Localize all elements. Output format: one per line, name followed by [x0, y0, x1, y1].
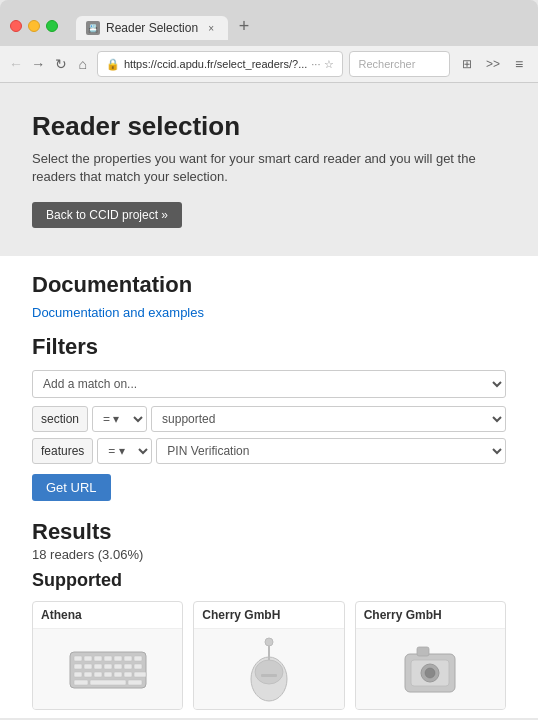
browser-window: 📇 Reader Selection × + ← → ↻ ⌂ 🔒 https:/…: [0, 0, 538, 83]
svg-rect-20: [124, 672, 132, 677]
svg-rect-22: [74, 680, 88, 685]
svg-rect-9: [84, 664, 92, 669]
svg-rect-13: [124, 664, 132, 669]
filter-op-1[interactable]: = ▾: [97, 438, 152, 464]
bookmark-icon[interactable]: ☆: [324, 58, 334, 71]
svg-rect-24: [128, 680, 142, 685]
card-header-cherry-1: Cherry GmbH: [194, 602, 343, 629]
filter-val-1[interactable]: PIN Verification: [156, 438, 506, 464]
svg-rect-14: [134, 664, 142, 669]
filter-key-1: features: [32, 438, 93, 464]
hero-description: Select the properties you want for your …: [32, 150, 506, 186]
minimize-button[interactable]: [28, 20, 40, 32]
card-header-athena: Athena: [33, 602, 182, 629]
more-options-icon[interactable]: ···: [311, 58, 320, 70]
active-tab[interactable]: 📇 Reader Selection ×: [76, 16, 228, 40]
svg-rect-7: [134, 656, 142, 661]
maximize-button[interactable]: [46, 20, 58, 32]
browser-toolbar: ⊞ >> ≡: [456, 53, 530, 75]
back-to-ccid-button[interactable]: Back to CCID project »: [32, 202, 182, 228]
svg-rect-18: [104, 672, 112, 677]
back-button[interactable]: ←: [8, 53, 24, 75]
title-bar: 📇 Reader Selection × +: [0, 8, 538, 46]
documentation-section: Documentation Documentation and examples: [32, 272, 506, 320]
traffic-lights: [10, 20, 58, 32]
page-content: Reader selection Select the properties y…: [0, 83, 538, 718]
address-bar[interactable]: 🔒 https://ccid.apdu.fr/select_readers/?.…: [97, 51, 344, 77]
reader-mode-icon[interactable]: ⊞: [456, 53, 478, 75]
search-placeholder: Rechercher: [358, 58, 415, 70]
filters-section: Filters Add a match on... section = ▾ su…: [32, 334, 506, 501]
main-content: Documentation Documentation and examples…: [0, 256, 538, 718]
svg-rect-2: [84, 656, 92, 661]
svg-point-33: [425, 668, 435, 678]
card-header-cherry-2: Cherry GmbH: [356, 602, 505, 629]
card-image-cherry-2: [356, 629, 505, 709]
svg-rect-11: [104, 664, 112, 669]
tab-close-button[interactable]: ×: [204, 21, 218, 35]
close-button[interactable]: [10, 20, 22, 32]
forward-button[interactable]: →: [30, 53, 46, 75]
svg-point-26: [255, 660, 283, 684]
documentation-title: Documentation: [32, 272, 506, 298]
documentation-link[interactable]: Documentation and examples: [32, 305, 204, 320]
menu-icon[interactable]: ≡: [508, 53, 530, 75]
camera-device-icon: [395, 634, 465, 704]
svg-rect-17: [94, 672, 102, 677]
svg-rect-12: [114, 664, 122, 669]
keyboard-icon: [68, 644, 148, 694]
refresh-button[interactable]: ↻: [52, 53, 68, 75]
card-athena[interactable]: Athena: [32, 601, 183, 710]
results-title: Results: [32, 519, 506, 545]
hero-section: Reader selection Select the properties y…: [0, 83, 538, 256]
filters-title: Filters: [32, 334, 506, 360]
filter-val-0[interactable]: supported: [151, 406, 506, 432]
home-button[interactable]: ⌂: [75, 53, 91, 75]
address-text: https://ccid.apdu.fr/select_readers/?...: [124, 58, 307, 70]
mouse-device-icon: [239, 634, 299, 704]
svg-rect-19: [114, 672, 122, 677]
svg-rect-4: [104, 656, 112, 661]
svg-rect-1: [74, 656, 82, 661]
add-filter-select[interactable]: Add a match on...: [32, 370, 506, 398]
svg-rect-10: [94, 664, 102, 669]
svg-rect-3: [94, 656, 102, 661]
svg-rect-6: [124, 656, 132, 661]
svg-rect-29: [261, 674, 277, 677]
tab-title: Reader Selection: [106, 21, 198, 35]
hero-title: Reader selection: [32, 111, 506, 142]
filter-add-row: Add a match on...: [32, 370, 506, 398]
new-tab-button[interactable]: +: [230, 12, 258, 40]
card-cherry-2[interactable]: Cherry GmbH: [355, 601, 506, 710]
extensions-icon[interactable]: >>: [482, 53, 504, 75]
svg-rect-8: [74, 664, 82, 669]
card-image-cherry-1: [194, 629, 343, 709]
search-bar[interactable]: Rechercher: [349, 51, 450, 77]
card-image-athena: [33, 629, 182, 709]
cards-grid: Athena: [32, 601, 506, 710]
get-url-button[interactable]: Get URL: [32, 474, 111, 501]
svg-rect-15: [74, 672, 82, 677]
tab-favicon: 📇: [86, 21, 100, 35]
svg-rect-16: [84, 672, 92, 677]
filter-row-1: features = ▾ PIN Verification: [32, 438, 506, 464]
svg-rect-5: [114, 656, 122, 661]
navigation-bar: ← → ↻ ⌂ 🔒 https://ccid.apdu.fr/select_re…: [0, 46, 538, 83]
results-count: 18 readers (3.06%): [32, 547, 506, 562]
filter-key-0: section: [32, 406, 88, 432]
filter-op-0[interactable]: = ▾: [92, 406, 147, 432]
svg-point-28: [265, 638, 273, 646]
lock-icon: 🔒: [106, 58, 120, 71]
supported-title: Supported: [32, 570, 506, 591]
card-cherry-1[interactable]: Cherry GmbH: [193, 601, 344, 710]
svg-rect-21: [134, 672, 146, 677]
results-section: Results 18 readers (3.06%) Supported Ath…: [32, 519, 506, 710]
svg-rect-23: [90, 680, 126, 685]
filter-row-0: section = ▾ supported: [32, 406, 506, 432]
tab-bar: 📇 Reader Selection × +: [66, 12, 268, 40]
svg-rect-34: [417, 647, 429, 656]
